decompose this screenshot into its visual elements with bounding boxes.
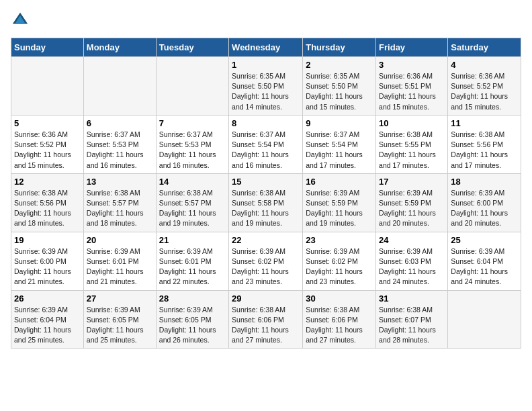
day-number: 9	[306, 118, 373, 128]
calendar-cell	[156, 57, 228, 116]
logo-icon	[11, 11, 30, 30]
day-number: 13	[87, 177, 153, 187]
calendar-cell: 13Sunrise: 6:38 AM Sunset: 5:57 PM Dayli…	[83, 173, 156, 232]
day-number: 26	[14, 293, 81, 304]
day-info: Sunrise: 6:38 AM Sunset: 5:57 PM Dayligh…	[159, 188, 226, 229]
day-number: 12	[14, 177, 81, 187]
day-number: 23	[306, 235, 373, 245]
calendar-cell: 31Sunrise: 6:38 AM Sunset: 6:07 PM Dayli…	[376, 290, 448, 349]
day-info: Sunrise: 6:38 AM Sunset: 5:55 PM Dayligh…	[379, 130, 445, 171]
calendar-cell: 5Sunrise: 6:36 AM Sunset: 5:52 PM Daylig…	[11, 115, 84, 173]
day-number: 8	[232, 118, 300, 128]
day-info: Sunrise: 6:36 AM Sunset: 5:52 PM Dayligh…	[451, 71, 518, 112]
weekday-header-wednesday: Wednesday	[229, 38, 303, 57]
day-number: 11	[451, 118, 518, 128]
day-number: 17	[379, 177, 445, 187]
calendar-cell: 3Sunrise: 6:36 AM Sunset: 5:51 PM Daylig…	[376, 57, 448, 116]
calendar-table: SundayMondayTuesdayWednesdayThursdayFrid…	[11, 38, 521, 349]
day-info: Sunrise: 6:38 AM Sunset: 5:58 PM Dayligh…	[232, 188, 300, 229]
day-info: Sunrise: 6:36 AM Sunset: 5:51 PM Dayligh…	[379, 71, 445, 112]
calendar-header: SundayMondayTuesdayWednesdayThursdayFrid…	[11, 38, 521, 57]
calendar-cell: 1Sunrise: 6:35 AM Sunset: 5:50 PM Daylig…	[229, 57, 303, 116]
calendar-cell: 24Sunrise: 6:39 AM Sunset: 6:03 PM Dayli…	[376, 232, 448, 290]
calendar-week-row: 19Sunrise: 6:39 AM Sunset: 6:00 PM Dayli…	[11, 232, 521, 290]
calendar-cell: 15Sunrise: 6:38 AM Sunset: 5:58 PM Dayli…	[229, 173, 303, 232]
day-info: Sunrise: 6:38 AM Sunset: 6:06 PM Dayligh…	[232, 305, 300, 346]
weekday-header-friday: Friday	[376, 38, 448, 57]
weekday-header-sunday: Sunday	[11, 38, 84, 57]
weekday-header-monday: Monday	[83, 38, 156, 57]
calendar-cell: 20Sunrise: 6:39 AM Sunset: 6:01 PM Dayli…	[83, 232, 156, 290]
calendar-week-row: 5Sunrise: 6:36 AM Sunset: 5:52 PM Daylig…	[11, 115, 521, 173]
calendar-body: 1Sunrise: 6:35 AM Sunset: 5:50 PM Daylig…	[11, 57, 521, 349]
day-number: 29	[232, 293, 300, 304]
calendar-cell: 11Sunrise: 6:38 AM Sunset: 5:56 PM Dayli…	[448, 115, 521, 173]
weekday-header-saturday: Saturday	[448, 38, 521, 57]
calendar-cell: 25Sunrise: 6:39 AM Sunset: 6:04 PM Dayli…	[448, 232, 521, 290]
day-info: Sunrise: 6:39 AM Sunset: 6:04 PM Dayligh…	[14, 305, 81, 346]
day-number: 3	[379, 60, 445, 70]
day-info: Sunrise: 6:38 AM Sunset: 5:56 PM Dayligh…	[14, 188, 81, 229]
calendar-cell: 6Sunrise: 6:37 AM Sunset: 5:53 PM Daylig…	[83, 115, 156, 173]
day-info: Sunrise: 6:38 AM Sunset: 5:57 PM Dayligh…	[87, 188, 153, 229]
day-number: 27	[87, 293, 153, 304]
calendar-cell: 30Sunrise: 6:38 AM Sunset: 6:06 PM Dayli…	[303, 290, 376, 349]
calendar-cell: 16Sunrise: 6:39 AM Sunset: 5:59 PM Dayli…	[303, 173, 376, 232]
calendar-cell: 17Sunrise: 6:39 AM Sunset: 5:59 PM Dayli…	[376, 173, 448, 232]
day-number: 5	[14, 118, 81, 128]
day-info: Sunrise: 6:35 AM Sunset: 5:50 PM Dayligh…	[306, 71, 373, 112]
calendar-cell: 22Sunrise: 6:39 AM Sunset: 6:02 PM Dayli…	[229, 232, 303, 290]
page-header	[11, 11, 521, 30]
day-info: Sunrise: 6:38 AM Sunset: 6:07 PM Dayligh…	[379, 305, 445, 346]
calendar-cell: 7Sunrise: 6:37 AM Sunset: 5:53 PM Daylig…	[156, 115, 228, 173]
calendar-week-row: 1Sunrise: 6:35 AM Sunset: 5:50 PM Daylig…	[11, 57, 521, 116]
calendar-cell: 14Sunrise: 6:38 AM Sunset: 5:57 PM Dayli…	[156, 173, 228, 232]
day-info: Sunrise: 6:37 AM Sunset: 5:54 PM Dayligh…	[232, 130, 300, 171]
day-number: 25	[451, 235, 518, 245]
calendar-cell	[448, 290, 521, 349]
day-number: 20	[87, 235, 153, 245]
calendar-cell	[83, 57, 156, 116]
day-info: Sunrise: 6:38 AM Sunset: 5:56 PM Dayligh…	[451, 130, 518, 171]
day-info: Sunrise: 6:39 AM Sunset: 6:02 PM Dayligh…	[306, 246, 373, 287]
calendar-cell: 9Sunrise: 6:37 AM Sunset: 5:54 PM Daylig…	[303, 115, 376, 173]
calendar-cell: 29Sunrise: 6:38 AM Sunset: 6:06 PM Dayli…	[229, 290, 303, 349]
calendar-cell: 21Sunrise: 6:39 AM Sunset: 6:01 PM Dayli…	[156, 232, 228, 290]
day-info: Sunrise: 6:37 AM Sunset: 5:53 PM Dayligh…	[159, 130, 226, 171]
day-number: 28	[159, 293, 226, 304]
calendar-cell: 4Sunrise: 6:36 AM Sunset: 5:52 PM Daylig…	[448, 57, 521, 116]
day-number: 21	[159, 235, 226, 245]
day-info: Sunrise: 6:39 AM Sunset: 5:59 PM Dayligh…	[306, 188, 373, 229]
day-info: Sunrise: 6:39 AM Sunset: 6:05 PM Dayligh…	[87, 305, 153, 346]
day-number: 18	[451, 177, 518, 187]
calendar-week-row: 12Sunrise: 6:38 AM Sunset: 5:56 PM Dayli…	[11, 173, 521, 232]
weekday-header-row: SundayMondayTuesdayWednesdayThursdayFrid…	[11, 38, 521, 57]
calendar-cell: 12Sunrise: 6:38 AM Sunset: 5:56 PM Dayli…	[11, 173, 84, 232]
calendar-week-row: 26Sunrise: 6:39 AM Sunset: 6:04 PM Dayli…	[11, 290, 521, 349]
day-info: Sunrise: 6:36 AM Sunset: 5:52 PM Dayligh…	[14, 130, 81, 171]
day-number: 30	[306, 293, 373, 304]
calendar-cell: 10Sunrise: 6:38 AM Sunset: 5:55 PM Dayli…	[376, 115, 448, 173]
day-info: Sunrise: 6:39 AM Sunset: 5:59 PM Dayligh…	[379, 188, 445, 229]
day-number: 1	[232, 60, 300, 70]
day-info: Sunrise: 6:39 AM Sunset: 6:05 PM Dayligh…	[159, 305, 226, 346]
day-number: 16	[306, 177, 373, 187]
calendar-cell: 19Sunrise: 6:39 AM Sunset: 6:00 PM Dayli…	[11, 232, 84, 290]
day-info: Sunrise: 6:35 AM Sunset: 5:50 PM Dayligh…	[232, 71, 300, 112]
logo	[11, 11, 32, 30]
weekday-header-tuesday: Tuesday	[156, 38, 228, 57]
day-number: 6	[87, 118, 153, 128]
calendar-cell: 26Sunrise: 6:39 AM Sunset: 6:04 PM Dayli…	[11, 290, 84, 349]
day-info: Sunrise: 6:39 AM Sunset: 6:00 PM Dayligh…	[451, 188, 518, 229]
weekday-header-thursday: Thursday	[303, 38, 376, 57]
day-number: 14	[159, 177, 226, 187]
day-info: Sunrise: 6:39 AM Sunset: 6:04 PM Dayligh…	[451, 246, 518, 287]
day-number: 2	[306, 60, 373, 70]
day-number: 15	[232, 177, 300, 187]
calendar-cell: 18Sunrise: 6:39 AM Sunset: 6:00 PM Dayli…	[448, 173, 521, 232]
day-info: Sunrise: 6:38 AM Sunset: 6:06 PM Dayligh…	[306, 305, 373, 346]
day-number: 10	[379, 118, 445, 128]
day-info: Sunrise: 6:39 AM Sunset: 6:01 PM Dayligh…	[87, 246, 153, 287]
day-number: 31	[379, 293, 445, 304]
calendar-cell: 2Sunrise: 6:35 AM Sunset: 5:50 PM Daylig…	[303, 57, 376, 116]
